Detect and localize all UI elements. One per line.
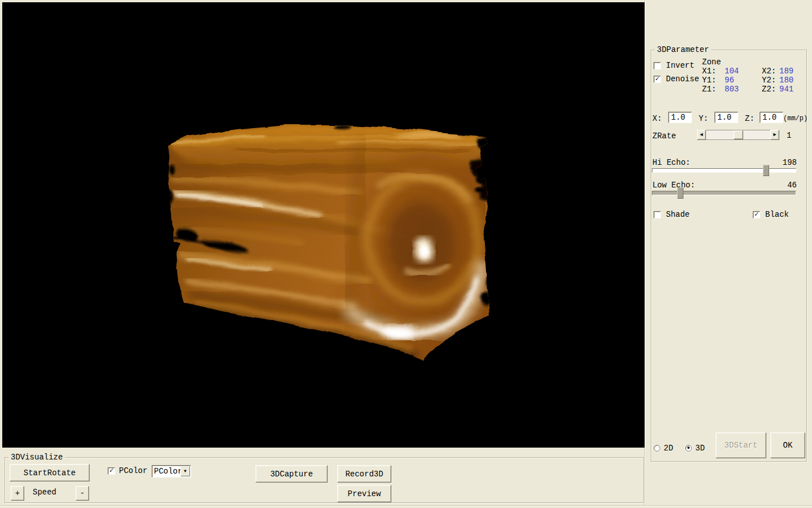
zrate-track[interactable]	[706, 130, 770, 140]
radio-2d[interactable]	[654, 445, 660, 452]
radio-3d-label: 3D	[695, 444, 705, 453]
render-viewport[interactable]	[2, 2, 645, 448]
parameter-groupbox-title: 3DParameter	[655, 45, 711, 55]
zone-y2-value: 180	[779, 76, 793, 85]
low-echo-thumb[interactable]	[677, 187, 683, 199]
zrate-right-arrow-icon[interactable]: ►	[770, 130, 779, 140]
start-rotate-button[interactable]: StartRotate	[10, 464, 90, 481]
radio-3d[interactable]: ●	[685, 445, 692, 452]
black-check-glyph: ✓	[754, 212, 758, 218]
pcolor-check-glyph: ✓	[109, 468, 113, 474]
zone-z2-value: 941	[779, 85, 793, 94]
zone-x2-label: X2:	[762, 67, 776, 76]
denoise-label: Denoise	[666, 75, 699, 84]
pcolor-checkbox-label: PColor	[119, 466, 147, 475]
dropdown-arrow-icon[interactable]: ▼	[180, 466, 190, 476]
speed-plus-button[interactable]: +	[11, 486, 24, 501]
speed-minus-button[interactable]: -	[76, 486, 89, 501]
black-label: Black	[765, 210, 789, 219]
zone-y2-label: Y2:	[762, 76, 776, 85]
x-scale-label: X:	[652, 114, 662, 123]
invert-label: Invert	[666, 61, 694, 70]
start3d-button[interactable]: 3DStart	[716, 432, 766, 458]
capture-3d-button[interactable]: 3DCapture	[255, 465, 328, 483]
x-scale-input[interactable]	[668, 112, 692, 123]
zrate-left-arrow-icon[interactable]: ◄	[697, 130, 706, 140]
zone-z1-label: Z1:	[702, 85, 716, 94]
speed-label: Speed	[33, 488, 56, 497]
low-echo-value: 46	[764, 181, 797, 190]
shade-label: Shade	[666, 210, 690, 219]
hi-echo-track[interactable]	[652, 168, 796, 173]
invert-checkbox[interactable]	[654, 62, 661, 69]
preview-button[interactable]: Preview	[337, 485, 391, 502]
denoise-checkbox[interactable]: ✓	[654, 76, 661, 83]
zone-y1-label: Y1:	[702, 76, 716, 85]
parameter-groupbox: 3DParameter Invert ✓ Denoise Zone X1: 10…	[651, 50, 807, 462]
black-checkbox[interactable]: ✓	[753, 211, 760, 218]
zrate-scrollbar[interactable]: ◄ ►	[697, 130, 779, 140]
visualize-groupbox: 3DVisualize StartRotate ✓ PColor PColor …	[5, 457, 644, 503]
scale-unit-label: (mm/p)	[783, 114, 807, 123]
radio-3d-dot: ●	[687, 445, 690, 451]
zone-z2-label: Z2:	[762, 85, 776, 94]
zrate-label: ZRate	[652, 132, 676, 141]
y-scale-input[interactable]	[714, 112, 738, 123]
pcolor-dropdown[interactable]: PColor ▼	[152, 465, 191, 478]
hi-echo-thumb[interactable]	[763, 165, 769, 176]
panel-separator-highlight	[645, 0, 646, 506]
zone-z1-value: 803	[725, 85, 739, 94]
low-echo-track[interactable]	[652, 191, 796, 195]
zone-title: Zone	[702, 58, 721, 67]
ok-button[interactable]: OK	[770, 432, 805, 458]
zone-x2-value: 189	[779, 67, 793, 76]
z-scale-input[interactable]	[760, 112, 783, 123]
zone-x1-value: 104	[725, 67, 739, 76]
shade-checkbox[interactable]	[654, 211, 661, 218]
window-bottom-edge-highlight	[0, 506, 812, 506]
zrate-thumb[interactable]	[734, 130, 743, 139]
pcolor-checkbox[interactable]: ✓	[108, 467, 115, 475]
low-echo-label: Low Echo:	[652, 181, 695, 190]
volume-3d-render	[2, 2, 645, 448]
radio-2d-label: 2D	[664, 444, 673, 453]
zone-x1-label: X1:	[702, 67, 716, 76]
z-scale-label: Z:	[745, 114, 754, 123]
hi-echo-label: Hi Echo:	[652, 158, 690, 167]
record-3d-button[interactable]: Record3D	[337, 465, 391, 483]
zrate-value: 1	[787, 131, 791, 140]
app-window: 3DParameter Invert ✓ Denoise Zone X1: 10…	[0, 0, 812, 508]
y-scale-label: Y:	[699, 114, 708, 123]
zone-y1-value: 96	[725, 76, 734, 85]
visualize-groupbox-title: 3DVisualize	[8, 452, 65, 462]
denoise-check-glyph: ✓	[655, 76, 659, 82]
pcolor-dropdown-value: PColor	[152, 466, 180, 477]
